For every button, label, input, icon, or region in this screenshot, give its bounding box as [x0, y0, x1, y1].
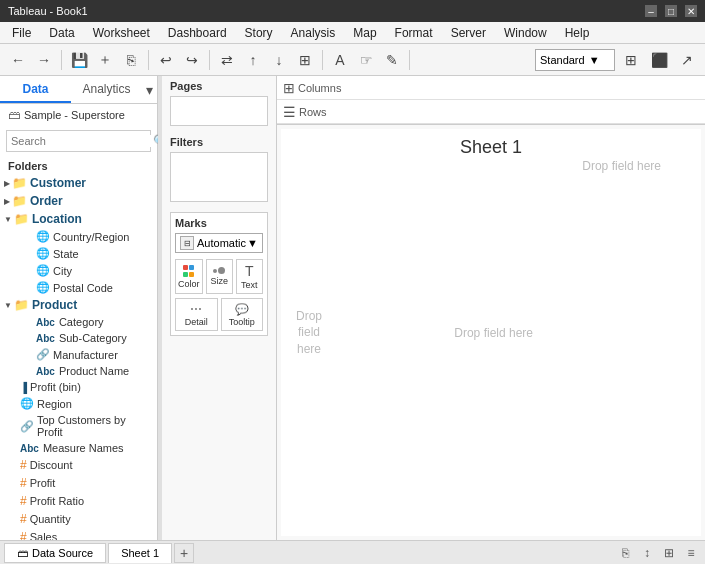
- toolbar: ← → 💾 ＋ ⎘ ↩ ↪ ⇄ ↑ ↓ ⊞ A ☞ ✎ Standard ▼ ⊞…: [0, 44, 705, 76]
- rows-label: ☰ Rows: [283, 104, 327, 120]
- globe-icon: 🌐: [36, 230, 50, 243]
- folder-order[interactable]: ▶ 📁 Order: [0, 192, 157, 210]
- tree-profit[interactable]: # Profit: [0, 474, 157, 492]
- label-button[interactable]: A: [328, 48, 352, 72]
- panel-pin-button[interactable]: ▾: [142, 76, 157, 103]
- marks-type-icon: ⊟: [180, 236, 194, 250]
- menu-story[interactable]: Story: [237, 24, 281, 42]
- marks-tooltip-button[interactable]: 💬 Tooltip: [221, 298, 264, 331]
- tree-product-name[interactable]: Abc Product Name: [0, 363, 157, 379]
- sort-asc-button[interactable]: ↑: [241, 48, 265, 72]
- link-icon: 🔗: [36, 348, 50, 361]
- window-controls: – □ ✕: [645, 5, 697, 17]
- search-input[interactable]: [7, 135, 153, 147]
- bottom-sort-button[interactable]: ↕: [637, 543, 657, 563]
- tree-state[interactable]: 🌐 State: [0, 245, 157, 262]
- menu-analysis[interactable]: Analysis: [283, 24, 344, 42]
- rows-icon: ☰: [283, 104, 296, 120]
- sheet-canvas[interactable]: Sheet 1 Drop field here Drop field here …: [281, 129, 701, 536]
- hash-icon-2: #: [20, 476, 27, 490]
- duplicate-button[interactable]: ⎘: [119, 48, 143, 72]
- menu-format[interactable]: Format: [387, 24, 441, 42]
- marks-size-button[interactable]: Size: [206, 259, 233, 294]
- rows-drop-zone[interactable]: [335, 102, 699, 122]
- back-button[interactable]: ←: [6, 48, 30, 72]
- menu-file[interactable]: File: [4, 24, 39, 42]
- group-button[interactable]: ⊞: [293, 48, 317, 72]
- folder-location[interactable]: ▼ 📁 Location: [0, 210, 157, 228]
- folder-product[interactable]: ▼ 📁 Product: [0, 296, 157, 314]
- tooltip-button[interactable]: ☞: [354, 48, 378, 72]
- menu-map[interactable]: Map: [345, 24, 384, 42]
- close-button[interactable]: ✕: [685, 5, 697, 17]
- menu-dashboard[interactable]: Dashboard: [160, 24, 235, 42]
- tab-sheet1[interactable]: Sheet 1: [108, 543, 172, 563]
- rows-shelf[interactable]: ☰ Rows: [277, 100, 705, 124]
- marks-color-button[interactable]: Color: [175, 259, 203, 294]
- columns-drop-zone[interactable]: [349, 78, 699, 98]
- marks-detail-button[interactable]: ⋯ Detail: [175, 298, 218, 331]
- undo-button[interactable]: ↩: [154, 48, 178, 72]
- tree-sales[interactable]: # Sales: [0, 528, 157, 540]
- new-sheet-button[interactable]: +: [174, 543, 194, 563]
- marks-label: Marks: [175, 217, 263, 229]
- bottom-duplicate-button[interactable]: ⎘: [615, 543, 635, 563]
- tree-top-customers[interactable]: 🔗 Top Customers by Profit: [0, 412, 157, 440]
- swap-button[interactable]: ⇄: [215, 48, 239, 72]
- toolbar-separator-4: [322, 50, 323, 70]
- columns-shelf[interactable]: ⊞ Columns: [277, 76, 705, 100]
- tree-measure-names[interactable]: Abc Measure Names: [0, 440, 157, 456]
- data-source-item[interactable]: 🗃 Sample - Superstore: [0, 104, 157, 126]
- tree-profit-ratio[interactable]: # Profit Ratio: [0, 492, 157, 510]
- view-toggle-button[interactable]: ⊞: [619, 48, 643, 72]
- marks-type-dropdown[interactable]: ⊟ Automatic ▼: [175, 233, 263, 253]
- marks-buttons-grid: Color Size T Text: [175, 259, 263, 294]
- share-button[interactable]: ↗: [675, 48, 699, 72]
- tree-country-region[interactable]: 🌐 Country/Region: [0, 228, 157, 245]
- minimize-button[interactable]: –: [645, 5, 657, 17]
- tab-analytics[interactable]: Analytics: [71, 76, 142, 103]
- tree-subcategory[interactable]: Abc Sub-Category: [0, 330, 157, 346]
- bottom-grid-button[interactable]: ⊞: [659, 543, 679, 563]
- tab-data[interactable]: Data: [0, 76, 71, 103]
- tree-manufacturer[interactable]: 🔗 Manufacturer: [0, 346, 157, 363]
- maximize-button[interactable]: □: [665, 5, 677, 17]
- menu-data[interactable]: Data: [41, 24, 82, 42]
- chevron-down-icon: ▼: [4, 215, 12, 224]
- tree-city[interactable]: 🌐 City: [0, 262, 157, 279]
- globe-icon-4: 🌐: [36, 281, 50, 294]
- marks-text-button[interactable]: T Text: [236, 259, 263, 294]
- tree-discount[interactable]: # Discount: [0, 456, 157, 474]
- drop-hint-left: Drop field here: [296, 307, 322, 357]
- menu-help[interactable]: Help: [557, 24, 598, 42]
- chevron-right-icon-2: ▶: [4, 197, 10, 206]
- folder-customer[interactable]: ▶ 📁 Customer: [0, 174, 157, 192]
- tree-region[interactable]: 🌐 Region: [0, 395, 157, 412]
- app-title: Tableau - Book1: [8, 5, 88, 17]
- filters-label: Filters: [170, 136, 268, 148]
- menu-worksheet[interactable]: Worksheet: [85, 24, 158, 42]
- sort-desc-button[interactable]: ↓: [267, 48, 291, 72]
- abc-icon-3: Abc: [36, 366, 55, 377]
- bottom-list-button[interactable]: ≡: [681, 543, 701, 563]
- format-button[interactable]: ✎: [380, 48, 404, 72]
- tree-profit-bin[interactable]: ▐ Profit (bin): [0, 379, 157, 395]
- add-button[interactable]: ＋: [93, 48, 117, 72]
- toolbar-separator-5: [409, 50, 410, 70]
- menu-server[interactable]: Server: [443, 24, 494, 42]
- tab-data-source[interactable]: 🗃 Data Source: [4, 543, 106, 563]
- link-icon-2: 🔗: [20, 420, 34, 433]
- menu-window[interactable]: Window: [496, 24, 555, 42]
- filters-drop-zone[interactable]: [170, 152, 268, 202]
- tree-category[interactable]: Abc Category: [0, 314, 157, 330]
- redo-button[interactable]: ↪: [180, 48, 204, 72]
- tree-postal-code[interactable]: 🌐 Postal Code: [0, 279, 157, 296]
- present-button[interactable]: ⬛: [647, 48, 671, 72]
- tree-quantity[interactable]: # Quantity: [0, 510, 157, 528]
- pages-drop-zone[interactable]: [170, 96, 268, 126]
- save-button[interactable]: 💾: [67, 48, 91, 72]
- view-size-dropdown[interactable]: Standard ▼: [535, 49, 615, 71]
- columns-icon: ⊞: [283, 80, 295, 96]
- hash-icon-4: #: [20, 512, 27, 526]
- forward-button[interactable]: →: [32, 48, 56, 72]
